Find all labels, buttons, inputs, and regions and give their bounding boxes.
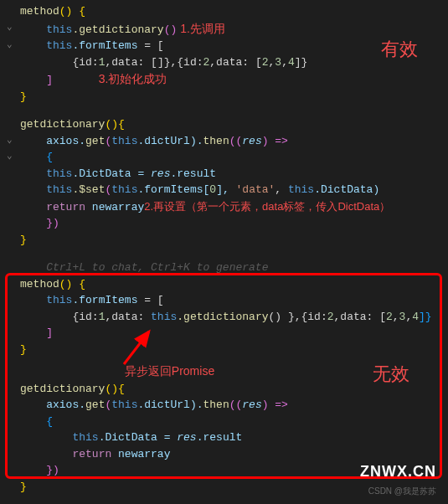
code-line: ] — [2, 325, 446, 342]
code-line: this.formItems = [ — [2, 292, 446, 309]
annotation: 1.先调用 — [177, 22, 225, 35]
code-line: ⌄ axios.get(this.dictUrl).then((res) => — [2, 133, 446, 150]
code-line: }) — [2, 215, 446, 232]
code-line: ⌄ this.formItems = [ — [2, 38, 446, 54]
code-editor[interactable]: method() { ⌄ this.getdictionary() 1.先调用 … — [0, 0, 448, 498]
code-line: return newarray2.再设置（第一个元素，data标签，传入Dict… — [2, 198, 446, 216]
watermark: ZNWX.CN — [360, 463, 436, 481]
chevron-down-icon[interactable]: ⌄ — [7, 149, 13, 163]
code-line: } — [2, 232, 446, 249]
annotation-invalid: 无效 — [373, 362, 409, 387]
code-line: this.DictData = res.result — [2, 166, 446, 183]
annotation-valid: 有效 — [381, 37, 418, 62]
token-fn: method — [20, 5, 59, 18]
code-line: axios.get(this.dictUrl).then((res) => — [2, 397, 446, 414]
code-line: return newarray — [2, 446, 446, 463]
code-line: this.DictData = res.result — [2, 429, 446, 446]
code-line: ⌄ this.getdictionary() 1.先调用 — [2, 20, 446, 39]
code-line: } — [2, 342, 446, 358]
code-line: ⌄ { — [2, 149, 446, 166]
code-line: getdictionary(){ — [2, 116, 446, 133]
annotation: 2.再设置（第一个元素，data标签，传入DictData） — [144, 200, 390, 213]
credit: CSDN @我是苏苏 — [368, 486, 436, 497]
code-line: { — [2, 414, 446, 430]
code-line: {id:1,data: []},{id:2,data: [2,3,4]} — [2, 54, 446, 71]
code-line: ] 3.初始化成功 — [2, 70, 446, 89]
code-line: } — [2, 89, 446, 105]
code-line: method() { — [2, 3, 446, 20]
annotation: 异步返回Promise — [125, 364, 214, 378]
annotation: 3.初始化成功 — [99, 72, 167, 85]
code-line: this.$set(this.formItems[0], 'data', thi… — [2, 182, 446, 198]
chevron-down-icon[interactable]: ⌄ — [7, 133, 13, 147]
code-line: {id:1,data: this.getdictionary() },{id:2… — [2, 309, 446, 326]
chevron-down-icon[interactable]: ⌄ — [7, 20, 13, 34]
ghost-hint: Ctrl+L to chat, Ctrl+K to generate — [2, 260, 446, 276]
chevron-down-icon[interactable]: ⌄ — [7, 38, 13, 52]
code-line: method() { — [2, 276, 446, 293]
